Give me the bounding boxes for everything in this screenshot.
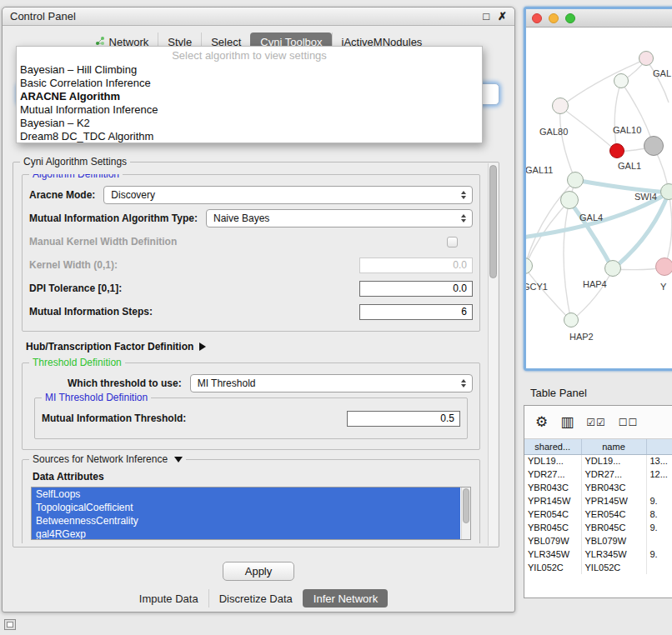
- manual-kernel-checkbox[interactable]: [447, 237, 458, 248]
- table-row[interactable]: YIL052C YIL052C: [524, 561, 672, 574]
- hub-factor-section[interactable]: Hub/Transcription Factor Definition: [26, 341, 480, 352]
- network-node-label: GAL1: [618, 161, 641, 171]
- table-row[interactable]: YLR345W YLR345W 9.: [524, 548, 672, 561]
- listbox-scrollbar[interactable]: [461, 488, 470, 539]
- select-all-columns-icon[interactable]: ☑☑: [586, 418, 606, 428]
- table-header-row: shared...name: [524, 439, 672, 454]
- kernel-width-row: Kernel Width (0,1):: [29, 256, 473, 274]
- kernel-width-input[interactable]: [359, 258, 473, 273]
- network-node[interactable]: [660, 183, 672, 200]
- network-node[interactable]: [567, 172, 584, 188]
- dropdown-option[interactable]: Bayesian – Hill Climbing: [17, 63, 482, 77]
- control-panel-titlebar[interactable]: Control Panel □ ✗: [3, 8, 514, 26]
- network-node[interactable]: [564, 312, 579, 328]
- table-cell-shared-name[interactable]: YER054C: [524, 508, 581, 521]
- table-cell-name[interactable]: YER054C: [581, 508, 646, 521]
- table-cell-value[interactable]: 9.: [646, 521, 672, 534]
- listbox-scrollbar-thumb[interactable]: [463, 488, 469, 523]
- table-row[interactable]: YER054C YER054C 8.: [524, 508, 672, 521]
- table-panel-toolbar: ⚙▥☑☑☐☐: [524, 406, 672, 439]
- data-attribute-item[interactable]: gal4RGexp: [32, 528, 460, 540]
- table-cell-shared-name[interactable]: YBR043C: [524, 481, 581, 494]
- dpi-tolerance-input[interactable]: [359, 281, 473, 297]
- show-columns-icon[interactable]: ▥: [560, 415, 574, 429]
- panel-corner-icon[interactable]: [4, 619, 16, 630]
- tab-infer-network[interactable]: Infer Network: [303, 589, 388, 608]
- data-attributes-listbox: SelfLoopsTopologicalCoefficientBetweenne…: [31, 487, 471, 540]
- network-node[interactable]: [604, 260, 621, 277]
- table-row[interactable]: YPR145W YPR145W 9.: [524, 494, 672, 508]
- data-attribute-item[interactable]: SelfLoops: [32, 488, 460, 501]
- table-cell-value[interactable]: [646, 534, 672, 548]
- network-node[interactable]: [655, 258, 672, 276]
- table-cell-name[interactable]: YDL19...: [581, 454, 646, 468]
- close-button[interactable]: [532, 13, 542, 23]
- data-attribute-item[interactable]: BetweennessCentrality: [32, 514, 460, 528]
- float-window-button[interactable]: □: [483, 10, 489, 22]
- table-cell-name[interactable]: YPR145W: [581, 494, 646, 508]
- table-cell-value[interactable]: [646, 561, 672, 574]
- table-cell-value[interactable]: 8.: [646, 508, 672, 521]
- dropdown-option[interactable]: ARACNE Algorithm: [17, 90, 482, 103]
- settings-scrollbar[interactable]: [488, 163, 498, 546]
- table-cell-name[interactable]: YBR043C: [581, 481, 646, 494]
- table-cell-shared-name[interactable]: YIL052C: [524, 561, 581, 574]
- close-window-button[interactable]: ✗: [498, 10, 507, 22]
- table-cell-name[interactable]: YLR345W: [581, 548, 646, 561]
- table-column-header[interactable]: shared...: [524, 439, 581, 454]
- network-node[interactable]: [560, 191, 579, 209]
- table-cell-name[interactable]: YDR27...: [581, 468, 646, 481]
- aracne-mode-select[interactable]: Discovery: [103, 186, 473, 204]
- network-node[interactable]: [552, 98, 569, 114]
- mi-type-select[interactable]: Naive Bayes: [206, 209, 473, 228]
- table-panel-window: ⚙▥☑☑☐☐ shared...name YDL19... YDL19... 1…: [524, 405, 672, 598]
- network-node[interactable]: [609, 143, 624, 158]
- settings-gear-icon[interactable]: ⚙: [535, 415, 548, 429]
- table-cell-shared-name[interactable]: YBL079W: [524, 534, 581, 548]
- table-cell-value[interactable]: [646, 481, 672, 494]
- table-column-header[interactable]: name: [581, 439, 646, 454]
- sources-group-title[interactable]: Sources for Network Inference: [29, 453, 186, 465]
- network-node[interactable]: [614, 73, 629, 88]
- tab-discretize-data[interactable]: Discretize Data: [208, 589, 303, 608]
- dropdown-option[interactable]: Dream8 DC_TDC Algorithm: [17, 130, 482, 143]
- table-cell-shared-name[interactable]: YPR145W: [524, 494, 581, 508]
- table-cell-shared-name[interactable]: YLR345W: [524, 548, 581, 561]
- table-cell-shared-name[interactable]: YDL19...: [524, 454, 581, 468]
- data-attribute-item[interactable]: TopologicalCoefficient: [32, 501, 460, 514]
- expand-right-icon: [199, 342, 206, 351]
- table-cell-value[interactable]: 9.: [646, 548, 672, 561]
- network-node[interactable]: [639, 51, 654, 66]
- apply-button[interactable]: Apply: [223, 562, 295, 581]
- table-cell-value[interactable]: 12...: [646, 468, 672, 481]
- table-row[interactable]: YDL19... YDL19... 13...: [524, 454, 672, 468]
- table-cell-value[interactable]: 13...: [646, 454, 672, 468]
- table-row[interactable]: YDR27... YDR27... 12...: [524, 468, 672, 481]
- settings-scrollbar-thumb[interactable]: [489, 165, 497, 278]
- table-cell-name[interactable]: YBL079W: [581, 534, 646, 548]
- table-row[interactable]: YBR043C YBR043C: [524, 481, 672, 494]
- table-cell-name[interactable]: YBR045C: [581, 521, 646, 534]
- mi-steps-input[interactable]: [359, 304, 473, 320]
- unselect-all-columns-icon[interactable]: ☐☐: [619, 418, 639, 428]
- network-node[interactable]: [644, 136, 664, 156]
- dropdown-options: Bayesian – Hill ClimbingBasic Correlatio…: [17, 63, 482, 143]
- network-canvas[interactable]: GAL80GAL10GALGAL11GAL1SWI4GAL4GCY1HAP4YH…: [526, 28, 672, 368]
- table-cell-shared-name[interactable]: YBR045C: [524, 521, 581, 534]
- table-cell-value[interactable]: 9.: [646, 494, 672, 508]
- which-threshold-select[interactable]: MI Threshold: [190, 374, 473, 392]
- table-row[interactable]: YBL079W YBL079W: [524, 534, 672, 548]
- network-window-titlebar[interactable]: [526, 9, 672, 28]
- settings-scroll-area: Algorithm Definition Aracne Mode: Discov…: [22, 174, 480, 543]
- dropdown-option[interactable]: Bayesian – K2: [17, 117, 482, 130]
- zoom-button[interactable]: [565, 13, 575, 23]
- tab-impute-data[interactable]: Impute Data: [129, 589, 208, 608]
- table-row[interactable]: YBR045C YBR045C 9.: [524, 521, 672, 534]
- mi-threshold-input[interactable]: [347, 411, 460, 427]
- dropdown-option[interactable]: Mutual Information Inference: [17, 103, 482, 117]
- table-column-header[interactable]: [646, 439, 672, 454]
- table-cell-shared-name[interactable]: YDR27...: [524, 468, 581, 481]
- minimize-button[interactable]: [549, 13, 559, 23]
- table-cell-name[interactable]: YIL052C: [581, 561, 646, 574]
- dropdown-option[interactable]: Basic Correlation Inference: [17, 77, 482, 90]
